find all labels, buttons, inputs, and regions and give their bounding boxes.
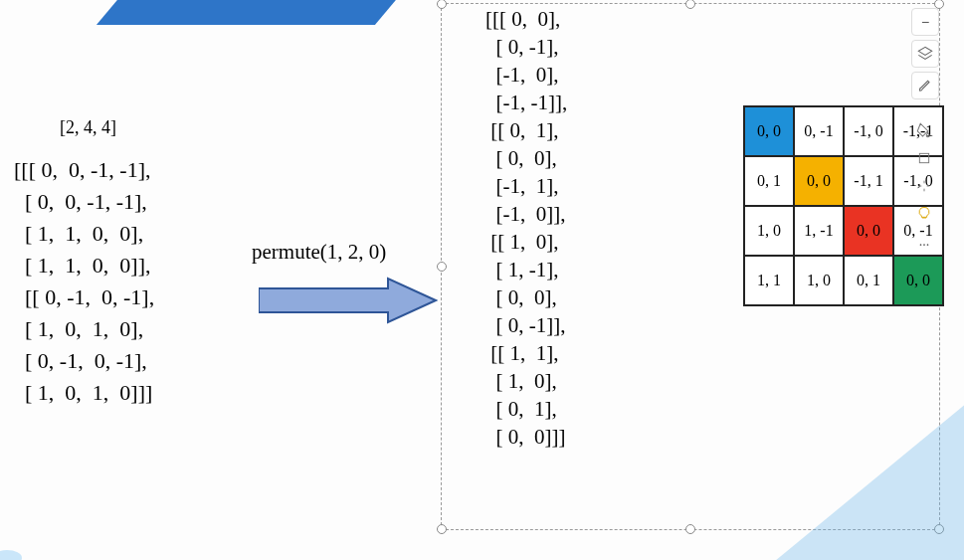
grid-cell: -1, 0 — [844, 106, 893, 156]
grid-cell: 0, 0 — [794, 156, 844, 206]
svg-rect-2 — [919, 153, 928, 162]
brush-icon — [917, 78, 933, 93]
resize-handle[interactable] — [685, 0, 695, 9]
tensor-literal-right: [[[ 0, 0], [ 0, -1], [-1, 0], [-1, -1]],… — [485, 5, 567, 451]
grid-cell: 0, 0 — [744, 106, 794, 156]
grid-cell: 0, 0 — [893, 256, 943, 305]
resize-handle[interactable] — [685, 524, 695, 534]
layers-icon — [917, 46, 933, 62]
tensor-shape-label: [2, 4, 4] — [60, 117, 116, 138]
slide-accent-shape — [96, 0, 421, 25]
layers-button[interactable] — [911, 40, 939, 68]
svg-marker-0 — [259, 279, 436, 322]
fill-icon[interactable] — [912, 119, 936, 141]
grid-cell: 1, -1 — [794, 206, 844, 256]
grid-cell: 0, 1 — [744, 156, 794, 206]
side-toolbar: ... — [912, 119, 936, 253]
crop-icon[interactable] — [912, 147, 936, 169]
grid-cell: 1, 0 — [744, 206, 794, 256]
svg-marker-1 — [758, 394, 964, 560]
lightbulb-icon[interactable] — [912, 203, 936, 225]
grid-cell: 0, 0 — [844, 206, 893, 256]
grid-cell: 0, 1 — [844, 256, 893, 305]
resize-handle[interactable] — [437, 262, 447, 272]
arrow-icon — [259, 277, 438, 324]
resize-handle[interactable] — [437, 524, 447, 534]
decorative-triangle-icon — [745, 381, 964, 560]
grid-cell: 1, 1 — [744, 256, 794, 305]
collapse-button[interactable]: − — [911, 8, 939, 36]
tensor-literal-left: [[[ 0, 0, -1, -1], [ 0, 0, -1, -1], [ 1,… — [14, 154, 154, 409]
grid-cell: 1, 0 — [794, 256, 844, 305]
permute-call-label: permute(1, 2, 0) — [252, 240, 386, 265]
link-break-icon[interactable] — [912, 175, 936, 197]
more-icon[interactable]: ... — [912, 231, 936, 253]
resize-handle[interactable] — [437, 0, 447, 9]
brush-button[interactable] — [911, 72, 939, 99]
element-toolbar: − — [911, 8, 939, 99]
grid-cell: -1, 1 — [844, 156, 893, 206]
grid-cell: 0, -1 — [794, 106, 844, 156]
slide-accent-blob — [0, 550, 22, 560]
